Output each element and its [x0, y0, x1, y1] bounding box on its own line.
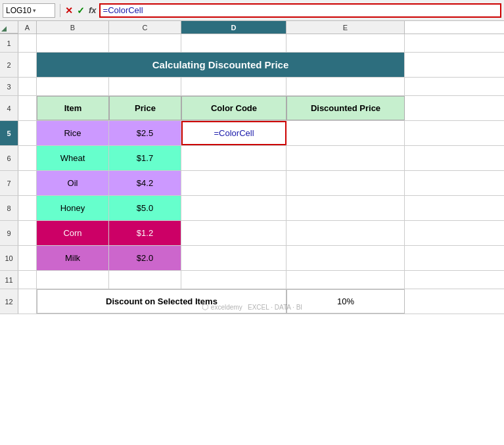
row-1: 1: [0, 34, 504, 53]
row-7: 7 Oil $4.2: [0, 171, 504, 196]
item-milk: Milk: [65, 253, 80, 263]
price-rice: $2.5: [137, 128, 153, 138]
row-num-7: 7: [0, 171, 18, 195]
spreadsheet: A B C D E 1 2 Calculating Discounted Pri…: [0, 21, 504, 314]
header-item-label: Item: [64, 103, 82, 113]
corner-cell: [0, 21, 18, 34]
header-colorcode: Color Code: [181, 96, 286, 120]
price-milk: $2.0: [137, 253, 153, 263]
row-num-1: 1: [0, 34, 18, 52]
row-6: 6 Wheat $1.7: [0, 146, 504, 171]
cell-c8-honey-price[interactable]: $5.0: [109, 196, 181, 220]
cell-a8[interactable]: [18, 196, 37, 220]
cell-a5[interactable]: [18, 121, 37, 145]
cell-b9-corn[interactable]: Corn: [37, 221, 109, 245]
cell-b7-oil[interactable]: Oil: [37, 171, 109, 195]
formula-input[interactable]: =ColorCell: [99, 3, 501, 18]
cell-b5-rice[interactable]: Rice: [37, 121, 109, 145]
cell-a2[interactable]: [18, 53, 37, 77]
cell-a10[interactable]: [18, 246, 37, 270]
price-honey: $5.0: [137, 203, 153, 213]
spreadsheet-title: Calculating Discounted Price: [152, 59, 289, 70]
item-rice: Rice: [64, 128, 81, 138]
cell-c6-wheat-price[interactable]: $1.7: [109, 146, 181, 170]
discount-value-cell: 10%: [286, 289, 405, 314]
row-num-11: 11: [0, 271, 18, 289]
cell-c9-corn-price[interactable]: $1.2: [109, 221, 181, 245]
row-11: 11: [0, 271, 504, 289]
col-header-c[interactable]: C: [109, 21, 181, 34]
col-header-a[interactable]: A: [18, 21, 37, 34]
cell-e1[interactable]: [286, 34, 405, 52]
row-4: 4 Item Price Color Code Discounted Price: [0, 96, 504, 121]
cell-e6[interactable]: [286, 146, 405, 170]
header-item: Item: [37, 96, 109, 120]
item-corn: Corn: [63, 228, 81, 238]
cell-e9[interactable]: [286, 221, 405, 245]
confirm-icon[interactable]: ✓: [77, 5, 85, 16]
cell-c7-oil-price[interactable]: $4.2: [109, 171, 181, 195]
row-num-10: 10: [0, 246, 18, 270]
cell-b8-honey[interactable]: Honey: [37, 196, 109, 220]
cell-e10[interactable]: [286, 246, 405, 270]
header-colorcode-label: Color Code: [211, 103, 257, 113]
cell-e5[interactable]: [286, 121, 405, 145]
cell-c11[interactable]: [109, 271, 181, 289]
cell-e8[interactable]: [286, 196, 405, 220]
cell-b1[interactable]: [37, 34, 109, 52]
cell-d3[interactable]: [181, 78, 286, 95]
title-cell: Calculating Discounted Price: [37, 53, 405, 77]
cell-c5-rice-price[interactable]: $2.5: [109, 121, 181, 145]
cell-d10[interactable]: [181, 246, 286, 270]
discount-label: Discount on Selected Items: [106, 296, 218, 306]
cell-b6-wheat[interactable]: Wheat: [37, 146, 109, 170]
cell-a11[interactable]: [18, 271, 37, 289]
col-header-b[interactable]: B: [37, 21, 109, 34]
fx-icon[interactable]: fx: [89, 5, 97, 15]
cell-b3[interactable]: [37, 78, 109, 95]
cell-a9[interactable]: [18, 221, 37, 245]
watermark-text: exceldemy EXCEL · DATA · BI: [211, 304, 302, 311]
cell-a6[interactable]: [18, 146, 37, 170]
row-10: 10 Milk $2.0: [0, 246, 504, 271]
cell-e7[interactable]: [286, 171, 405, 195]
cell-c1[interactable]: [109, 34, 181, 52]
cell-a3[interactable]: [18, 78, 37, 95]
cell-c10-milk-price[interactable]: $2.0: [109, 246, 181, 270]
item-oil: Oil: [68, 178, 78, 188]
cell-a7[interactable]: [18, 171, 37, 195]
cell-d8[interactable]: [181, 196, 286, 220]
cell-d1[interactable]: [181, 34, 286, 52]
formula-value: =ColorCell: [103, 5, 143, 15]
cell-a4[interactable]: [18, 96, 37, 120]
cell-c3[interactable]: [109, 78, 181, 95]
item-honey: Honey: [60, 203, 85, 213]
formula-icons: ✕ ✓ fx: [65, 5, 97, 16]
cell-d11[interactable]: [181, 271, 286, 289]
header-discounted: Discounted Price: [286, 96, 405, 120]
cell-a1[interactable]: [18, 34, 37, 52]
formula-bar-divider: [60, 4, 60, 17]
cell-d5-formula[interactable]: =ColorCell: [181, 121, 286, 145]
col-header-d[interactable]: D: [181, 21, 286, 34]
row-num-3: 3: [0, 78, 18, 95]
row-num-12: 12: [0, 289, 18, 314]
item-wheat: Wheat: [60, 153, 85, 163]
cell-d6[interactable]: [181, 146, 286, 170]
col-header-e[interactable]: E: [286, 21, 405, 34]
cell-a12[interactable]: [18, 289, 37, 314]
cell-e3[interactable]: [286, 78, 405, 95]
name-box-arrow: ▾: [33, 7, 36, 14]
cell-d9[interactable]: [181, 221, 286, 245]
cancel-icon[interactable]: ✕: [65, 5, 73, 16]
cell-e11[interactable]: [286, 271, 405, 289]
name-box[interactable]: LOG10 ▾: [3, 3, 55, 18]
price-corn: $1.2: [137, 228, 153, 238]
cell-b10-milk[interactable]: Milk: [37, 246, 109, 270]
row-num-2: 2: [0, 53, 18, 77]
column-headers: A B C D E: [0, 21, 504, 34]
cell-d7[interactable]: [181, 171, 286, 195]
header-discounted-label: Discounted Price: [311, 103, 380, 113]
cell-b11[interactable]: [37, 271, 109, 289]
row-num-5: 5: [0, 121, 18, 145]
